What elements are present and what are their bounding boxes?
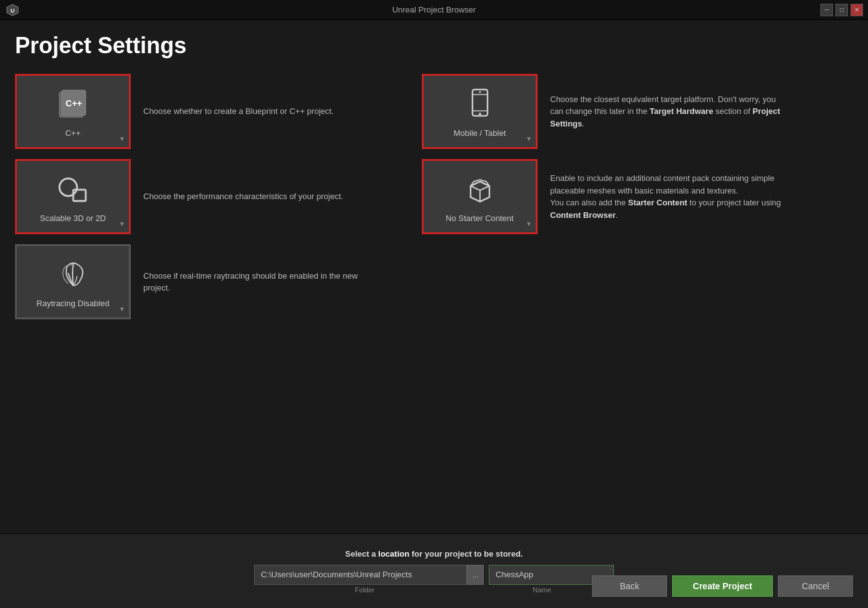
- raytracing-dropdown-arrow: ▼: [119, 306, 125, 312]
- scalable-label: Scalable 3D or 2D: [40, 214, 106, 223]
- scalable-dropdown-arrow: ▼: [119, 220, 125, 227]
- mobile-icon: [461, 86, 499, 123]
- cpp-setting-row: C++ C++ ▼ Choose whether to create a Blu…: [15, 74, 397, 149]
- svg-point-11: [479, 91, 481, 93]
- mobile-label: Mobile / Tablet: [454, 128, 506, 138]
- mobile-description: Choose the closest equivalent target pla…: [550, 93, 788, 130]
- folder-browse-button[interactable]: ...: [467, 565, 484, 585]
- starter-dropdown-arrow: ▼: [526, 220, 532, 227]
- right-column: Mobile / Tablet ▼ Choose the closest equ…: [422, 74, 829, 329]
- cpp-description: Choose whether to create a Blueprint or …: [143, 105, 334, 118]
- folder-field-label: Folder: [255, 586, 474, 594]
- app-logo: U: [6, 4, 19, 16]
- scalable-setting-row: Scalable 3D or 2D ▼ Choose the performan…: [15, 159, 397, 234]
- cpp-card[interactable]: C++ C++ ▼: [15, 74, 131, 149]
- main-content: Project Settings C++ C++ ▼: [0, 20, 868, 533]
- title-bar: U Unreal Project Browser ─ □ ✕: [0, 0, 868, 20]
- starter-icon: [461, 171, 499, 209]
- window-title: Unreal Project Browser: [392, 5, 476, 14]
- minimize-button[interactable]: ─: [820, 4, 833, 16]
- cancel-button[interactable]: Cancel: [778, 575, 853, 597]
- create-project-button[interactable]: Create Project: [672, 575, 773, 597]
- action-buttons: Back Create Project Cancel: [592, 575, 853, 597]
- location-label: Select a location for your project to be…: [345, 549, 523, 559]
- svg-point-10: [479, 113, 481, 115]
- location-text-2: for your project to be stored.: [412, 549, 523, 559]
- scalable-icon: [54, 171, 92, 209]
- raytracing-setting-row: Raytracing Disabled ▼ Choose if real-tim…: [15, 244, 397, 319]
- scalable-description: Choose the performance characteristics o…: [143, 190, 343, 203]
- window-controls: ─ □ ✕: [820, 4, 863, 16]
- page-title: Project Settings: [15, 33, 853, 59]
- location-text-1: Select a: [345, 549, 376, 559]
- maximize-button[interactable]: □: [835, 4, 848, 16]
- left-column: C++ C++ ▼ Choose whether to create a Blu…: [15, 74, 422, 329]
- cpp-dropdown-arrow: ▼: [119, 135, 125, 142]
- mobile-dropdown-arrow: ▼: [526, 135, 532, 142]
- raytracing-label: Raytracing Disabled: [36, 299, 109, 308]
- location-bold: location: [378, 549, 409, 559]
- field-names-row: Folder Name: [254, 586, 614, 594]
- scalable-card[interactable]: Scalable 3D or 2D ▼: [15, 159, 131, 234]
- starter-label: No Starter Content: [446, 214, 513, 223]
- inputs-row: ...: [254, 565, 614, 585]
- starter-setting-row: No Starter Content ▼ Enable to include a…: [422, 159, 829, 234]
- name-field-label: Name: [479, 586, 605, 594]
- raytracing-description: Choose if real-time raytracing should be…: [143, 270, 381, 294]
- starter-description: Enable to include an additional content …: [550, 172, 788, 221]
- raytracing-icon: [54, 256, 92, 294]
- cpp-label: C++: [65, 128, 81, 138]
- svg-text:C++: C++: [65, 98, 81, 108]
- cpp-icon: C++: [54, 86, 92, 123]
- back-button[interactable]: Back: [592, 575, 667, 597]
- svg-text:U: U: [11, 8, 15, 14]
- svg-rect-7: [472, 90, 488, 116]
- raytracing-card[interactable]: Raytracing Disabled ▼: [15, 244, 131, 319]
- folder-input[interactable]: [254, 565, 467, 585]
- settings-grid: C++ C++ ▼ Choose whether to create a Blu…: [15, 74, 829, 329]
- mobile-setting-row: Mobile / Tablet ▼ Choose the closest equ…: [422, 74, 829, 149]
- location-input-group: ... Folder Name: [254, 565, 614, 594]
- mobile-card[interactable]: Mobile / Tablet ▼: [422, 74, 538, 149]
- close-button[interactable]: ✕: [850, 4, 863, 16]
- svg-point-5: [59, 178, 77, 196]
- bottom-bar: Select a location for your project to be…: [0, 533, 868, 608]
- starter-card[interactable]: No Starter Content ▼: [422, 159, 538, 234]
